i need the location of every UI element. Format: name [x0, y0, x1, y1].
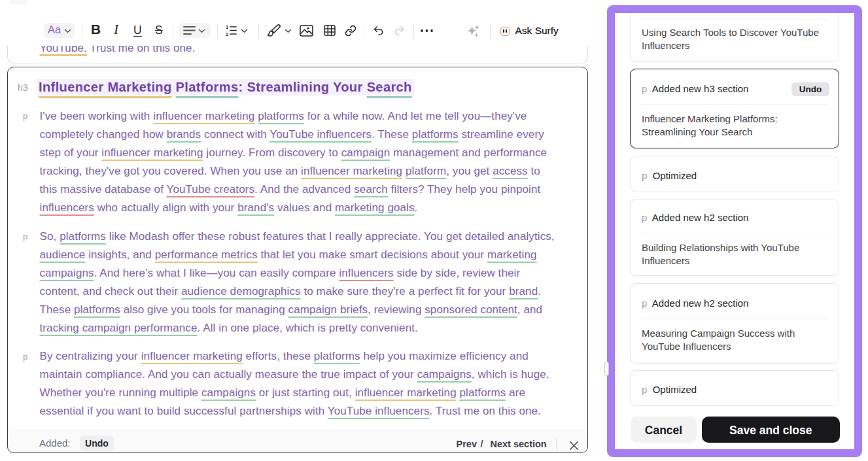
- svg-text:1: 1: [226, 25, 228, 30]
- svg-text:2: 2: [226, 31, 228, 36]
